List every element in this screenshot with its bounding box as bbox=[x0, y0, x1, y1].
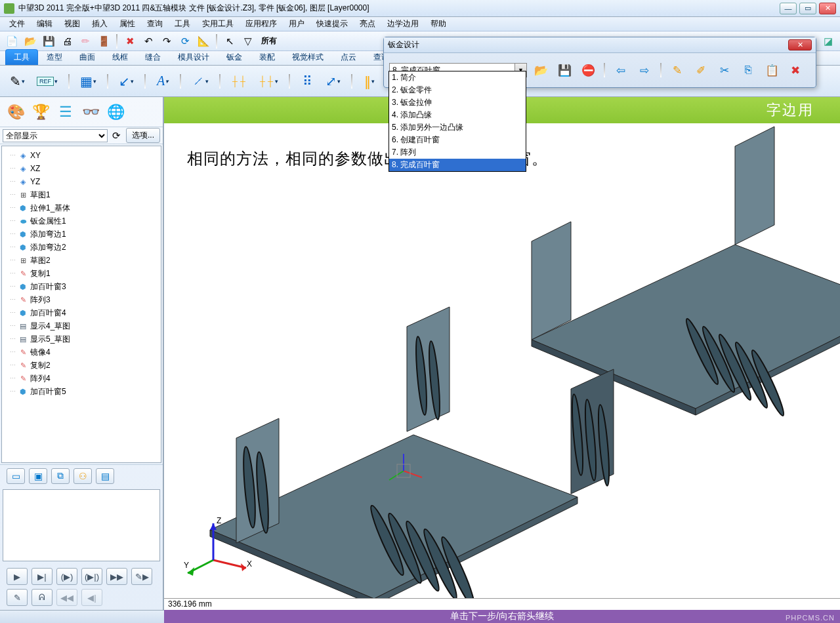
tree-node[interactable]: ⋯⬢拉伸1_基体 bbox=[3, 201, 159, 214]
text-tool-button[interactable]: A▾ bbox=[153, 70, 173, 93]
ribtab-缝合[interactable]: 缝合 bbox=[136, 49, 169, 65]
grid-button[interactable]: ▦▾ bbox=[77, 70, 100, 93]
filter-cursor-icon[interactable]: ↖ bbox=[222, 33, 238, 49]
menu-编辑[interactable]: 编辑 bbox=[32, 17, 58, 31]
ribtab-造型[interactable]: 造型 bbox=[38, 49, 71, 65]
erase-button[interactable]: ✏ bbox=[77, 33, 93, 49]
tree-tool-5[interactable]: ▤ bbox=[96, 468, 114, 484]
fw-open-button[interactable]: 📂 bbox=[531, 60, 551, 80]
ribtab-装配[interactable]: 装配 bbox=[251, 49, 284, 65]
step-back-button[interactable]: ◀| bbox=[81, 589, 102, 606]
close-button[interactable]: ✕ bbox=[819, 3, 836, 14]
viewport-3d[interactable]: 字边用 相同的方法，相同的参数做出另外一边的百叶窗。 bbox=[164, 97, 840, 610]
print-button[interactable]: 🖨 bbox=[59, 33, 75, 49]
tree-node[interactable]: ⋯⬢添加弯边2 bbox=[3, 241, 159, 254]
move-tool-button[interactable]: ⤢▾ bbox=[322, 70, 344, 93]
pattern-tool-button[interactable]: ⠿ bbox=[297, 70, 317, 93]
tree-node[interactable]: ⋯✎阵列4 bbox=[3, 372, 159, 385]
menu-视图[interactable]: 视图 bbox=[59, 17, 85, 31]
tree-node[interactable]: ⋯⬢加百叶窗4 bbox=[3, 306, 159, 319]
palette-icon[interactable]: 🎨 bbox=[5, 102, 26, 123]
floatwin-titlebar[interactable]: 钣金设计 ✕ bbox=[384, 37, 816, 53]
menu-帮助[interactable]: 帮助 bbox=[425, 17, 452, 31]
tree-node[interactable]: ⋯⬢加百叶窗3 bbox=[3, 280, 159, 293]
tree-node[interactable]: ⋯◈XY bbox=[3, 149, 159, 162]
fw-edit-button[interactable]: ✎ bbox=[667, 60, 687, 80]
menu-插入[interactable]: 插入 bbox=[87, 17, 113, 31]
menu-边学边用[interactable]: 边学边用 bbox=[382, 17, 424, 31]
dropdown-item[interactable]: 1. 简介 bbox=[389, 71, 526, 84]
edit-button[interactable]: ✎ bbox=[7, 589, 28, 606]
tree-node[interactable]: ⋯✎复制2 bbox=[3, 359, 159, 372]
layers-icon[interactable]: ☰ bbox=[55, 102, 76, 123]
cancel-button[interactable]: ✖ bbox=[122, 33, 138, 49]
repeat-button[interactable]: ⟳ bbox=[177, 33, 193, 49]
tree-tool-4[interactable]: ⚇ bbox=[74, 468, 92, 484]
trophy-icon[interactable]: 🏆 bbox=[30, 102, 51, 123]
floatwin-close-button[interactable]: ✕ bbox=[788, 39, 812, 50]
options-button[interactable]: 选项... bbox=[126, 128, 160, 143]
display-mode-select[interactable]: 全部显示 bbox=[3, 129, 108, 142]
run-edit-button[interactable]: ᕱ bbox=[32, 589, 52, 606]
dropdown-item[interactable]: 8. 完成百叶窗 bbox=[389, 159, 526, 171]
tree-tool-3[interactable]: ⧉ bbox=[51, 468, 70, 484]
new-file-button[interactable]: 📄 bbox=[4, 33, 20, 49]
tree-node[interactable]: ⋯▤显示5_草图 bbox=[3, 332, 159, 346]
filter-funnel-icon[interactable]: ▽ bbox=[240, 33, 256, 49]
loop-end-button[interactable]: (▶|) bbox=[81, 568, 102, 585]
ref-button[interactable]: REF▾ bbox=[33, 70, 61, 93]
dropdown-item[interactable]: 7. 阵列 bbox=[389, 146, 526, 159]
tree-node[interactable]: ⋯⬢添加弯边1 bbox=[3, 228, 159, 241]
vertical-tool-button[interactable]: ‖▾ bbox=[360, 70, 379, 93]
fw-copy-button[interactable]: ⎘ bbox=[738, 60, 758, 80]
maximize-button[interactable]: ▭ bbox=[799, 3, 816, 14]
ribtab-线框[interactable]: 线框 bbox=[104, 49, 136, 65]
rewind-button[interactable]: ◀◀ bbox=[56, 589, 77, 606]
menu-查询[interactable]: 查询 bbox=[142, 17, 168, 31]
ribtab-工具[interactable]: 工具 bbox=[5, 49, 38, 65]
ribtab-曲面[interactable]: 曲面 bbox=[71, 49, 104, 65]
redo-button[interactable]: ↷ bbox=[159, 33, 175, 49]
dropdown-item[interactable]: 6. 创建百叶窗 bbox=[389, 134, 526, 146]
tree-node[interactable]: ⋯⬢加百叶窗5 bbox=[3, 385, 159, 398]
dropdown-item[interactable]: 3. 钣金拉伸 bbox=[389, 96, 526, 109]
menu-应用程序[interactable]: 应用程序 bbox=[240, 17, 282, 31]
tree-node[interactable]: ⋯◈YZ bbox=[3, 175, 159, 188]
step-fwd-button[interactable]: ▶| bbox=[32, 568, 52, 585]
tree-node[interactable]: ⋯✎镜像4 bbox=[3, 346, 159, 359]
fw-prev-button[interactable]: ⇦ bbox=[611, 60, 631, 80]
save-button[interactable]: 💾 bbox=[41, 33, 56, 49]
menu-用户[interactable]: 用户 bbox=[284, 17, 310, 31]
tree-node[interactable]: ⋯✎阵列3 bbox=[3, 293, 159, 306]
tree-node[interactable]: ⋯⊞草图2 bbox=[3, 254, 159, 267]
mirror2-tool-button[interactable]: ⟊⟊▾ bbox=[255, 70, 282, 93]
fw-delete-button[interactable]: ✖ bbox=[786, 60, 805, 80]
fw-save-button[interactable]: 💾 bbox=[555, 60, 574, 80]
fw-paste-button[interactable]: 📋 bbox=[762, 60, 782, 80]
globe-icon[interactable]: 🌐 bbox=[105, 102, 126, 123]
fw-stop-button[interactable]: ⛔ bbox=[578, 60, 598, 80]
exit-button[interactable]: 🚪 bbox=[96, 33, 112, 49]
ribtab-点云[interactable]: 点云 bbox=[332, 49, 365, 65]
tree-node[interactable]: ⋯▤显示4_草图 bbox=[3, 319, 159, 332]
menu-属性[interactable]: 属性 bbox=[114, 17, 140, 31]
ribtab-模具设计[interactable]: 模具设计 bbox=[169, 49, 218, 65]
menu-工具[interactable]: 工具 bbox=[169, 17, 196, 31]
edit-play-button[interactable]: ✎▶ bbox=[131, 568, 152, 585]
sketch-tool-button[interactable]: ✎▾ bbox=[7, 70, 28, 93]
play-button[interactable]: ▶ bbox=[7, 568, 28, 585]
fw-edit2-button[interactable]: ✐ bbox=[691, 60, 711, 80]
display-refresh-button[interactable]: ⟳ bbox=[110, 129, 123, 142]
menu-亮点[interactable]: 亮点 bbox=[354, 17, 381, 31]
tree-node[interactable]: ⋯⊞草图1 bbox=[3, 188, 159, 201]
measure-button[interactable]: 📐 bbox=[196, 33, 211, 49]
undo-button[interactable]: ↶ bbox=[140, 33, 156, 49]
tree-node[interactable]: ⋯⬬钣金属性1 bbox=[3, 214, 159, 228]
ribtab-钣金[interactable]: 钣金 bbox=[218, 49, 251, 65]
tree-node[interactable]: ⋯✎复制1 bbox=[3, 267, 159, 280]
menu-文件[interactable]: 文件 bbox=[4, 17, 30, 31]
mirror-tool-button[interactable]: ⟊⟊ bbox=[228, 70, 250, 93]
dropdown-item[interactable]: 4. 添加凸缘 bbox=[389, 109, 526, 121]
dropdown-item[interactable]: 5. 添加另外一边凸缘 bbox=[389, 121, 526, 134]
tree-tool-2[interactable]: ▣ bbox=[29, 468, 47, 484]
